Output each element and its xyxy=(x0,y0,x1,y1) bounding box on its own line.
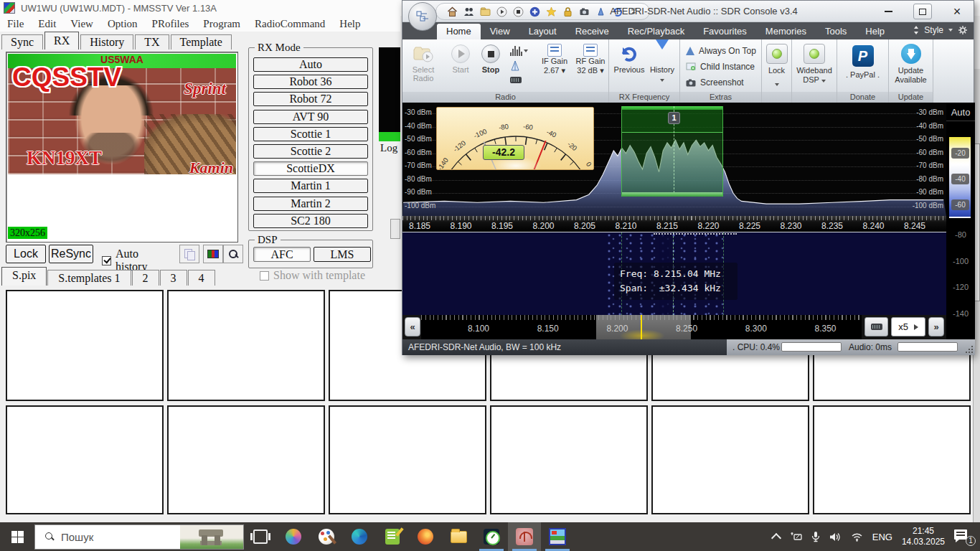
frequency-keypad-button[interactable] xyxy=(864,317,888,336)
mmsstv-menu-item[interactable]: PRofiles xyxy=(145,18,197,30)
mmsstv-tab[interactable]: TX xyxy=(135,34,169,50)
stop-icon[interactable] xyxy=(512,6,524,17)
mmsstv-menu-item[interactable]: File xyxy=(0,18,31,30)
rx-mode-button[interactable]: Scottie 2 xyxy=(253,144,368,159)
sstv-history-slot[interactable] xyxy=(813,405,971,514)
waterfall-palette[interactable]: Auto -20-40-60 -80-100-120-140 xyxy=(946,103,975,339)
lms-button[interactable]: LMS xyxy=(314,247,371,262)
rx-mode-button[interactable]: ScottieDX xyxy=(253,161,368,176)
magnify-button[interactable] xyxy=(223,245,243,263)
ribbon-tab[interactable]: Memories xyxy=(756,24,816,39)
sstv-history-slot[interactable] xyxy=(651,405,809,514)
update-available-button[interactable]: UpdateAvailable xyxy=(889,44,933,85)
language-indicator[interactable]: ENG xyxy=(872,532,892,542)
wideband-dsp-button[interactable]: WidebandDSP xyxy=(792,44,837,85)
mmsstv-picture-tab[interactable]: 3 xyxy=(160,270,187,286)
edge-button[interactable] xyxy=(343,522,376,551)
ribbon-tab[interactable]: Home xyxy=(437,24,481,39)
clock-app-button[interactable] xyxy=(475,522,508,551)
tray-expand-chevron[interactable] xyxy=(773,532,780,542)
rx-mode-button[interactable]: AVT 90 xyxy=(253,110,368,124)
rx-mode-button[interactable]: Robot 36 xyxy=(253,75,368,89)
mmsstv-menu-item[interactable]: Edit xyxy=(31,18,63,30)
minimize-button[interactable] xyxy=(879,4,897,19)
lock-toggle-button[interactable]: Lock xyxy=(762,44,791,89)
mmsstv-picture-tab[interactable]: S.pix xyxy=(1,267,47,286)
child-instance-button[interactable]: Child Instance xyxy=(686,61,755,72)
mmsstv-menu-item[interactable]: View xyxy=(63,18,100,30)
camera-icon[interactable] xyxy=(578,6,590,17)
add-icon[interactable] xyxy=(529,6,540,17)
rx-mode-button[interactable]: Robot 72 xyxy=(253,92,368,106)
search-highlight-image[interactable] xyxy=(180,525,243,549)
task-view-button[interactable] xyxy=(244,522,277,551)
mmsstv-tab[interactable]: RX xyxy=(44,32,79,50)
sstv-history-slot[interactable] xyxy=(490,405,648,514)
notepad-button[interactable] xyxy=(376,522,409,551)
home-icon[interactable] xyxy=(446,6,458,17)
mmsstv-menu-item[interactable]: Help xyxy=(332,18,367,30)
sstv-history-slot[interactable] xyxy=(167,405,325,514)
copy-picture-button[interactable] xyxy=(179,245,199,263)
ribbon-minmax-icon[interactable] xyxy=(913,24,920,36)
ribbon-tab[interactable]: View xyxy=(481,24,519,39)
sdr-titlebar[interactable]: AFEDRI-SDR-Net Audio :: SDR Console v3.4… xyxy=(402,1,974,22)
start-button[interactable]: Start xyxy=(444,42,477,90)
scrollbar-handle[interactable] xyxy=(974,143,980,301)
receiver-badge[interactable]: 1 xyxy=(668,112,680,124)
mmsstv-menu-item[interactable]: RadioCommand xyxy=(248,18,332,30)
sstv-image-panel[interactable]: US5WAA CQSSTV Sprint KN19XT Kamin 320x25… xyxy=(6,52,238,242)
frequency-history-button[interactable]: History xyxy=(646,42,678,90)
ribbon-tab[interactable]: Favourites xyxy=(694,24,756,39)
firefox-button[interactable] xyxy=(409,522,442,551)
sstv-history-slot[interactable] xyxy=(167,290,325,401)
paypal-button[interactable]: P . PayPal . xyxy=(837,45,888,80)
volume-tray-icon[interactable] xyxy=(829,532,842,542)
rx-mode-button[interactable]: Martin 2 xyxy=(253,197,368,211)
rf-gain-button[interactable]: RF Gain 32 dB ▾ xyxy=(573,44,608,75)
style-menu[interactable]: Style xyxy=(924,25,943,35)
notification-center-button[interactable]: 1 xyxy=(954,529,973,544)
sstv-history-slot[interactable] xyxy=(6,405,164,514)
mmsstv-picture-tab[interactable]: 2 xyxy=(132,270,159,286)
if-gain-button[interactable]: IF Gain 2.67 ▾ xyxy=(537,44,572,75)
mmsstv-taskbar-button[interactable] xyxy=(541,522,574,551)
band-overview-bar[interactable]: 8.1008.1508.2008.2508.3008.350 xyxy=(421,315,862,339)
select-radio-button[interactable]: Select Radio xyxy=(407,42,440,90)
taskbar-search-box[interactable]: Пошук xyxy=(34,524,244,550)
maximize-button[interactable] xyxy=(913,4,932,19)
rx-mode-button[interactable]: SC2 180 xyxy=(253,214,368,228)
ribbon-tab[interactable]: Rec/Playback xyxy=(618,24,694,39)
spectrum-display[interactable]: 1 -30 dBm-40 dBm-50 dBm-60 dBm-70 dBm-80… xyxy=(402,103,946,216)
always-on-top-button[interactable]: Always On Top xyxy=(686,45,756,57)
rx-mode-button[interactable]: Scottie 1 xyxy=(253,127,368,141)
mmsstv-picture-tab[interactable]: 4 xyxy=(188,270,215,286)
palette-auto-label[interactable]: Auto xyxy=(946,107,975,121)
microphone-tray-icon[interactable] xyxy=(811,531,820,542)
rx-mode-button[interactable]: Martin 1 xyxy=(253,179,368,193)
folder-icon[interactable] xyxy=(479,6,491,17)
rx-passband-region[interactable]: 1 xyxy=(621,106,723,197)
mmsstv-tab[interactable]: History xyxy=(80,34,133,50)
tuning-button[interactable] xyxy=(510,60,528,71)
ribbon-tab[interactable]: Receive xyxy=(566,24,618,39)
close-button[interactable]: × xyxy=(948,4,966,19)
audio-stream-button[interactable] xyxy=(510,45,528,57)
mmsstv-tab[interactable]: Sync xyxy=(1,34,43,50)
settings-gear-icon[interactable] xyxy=(958,25,968,35)
sdr-app-menu-button[interactable] xyxy=(408,2,437,31)
sdr-console-taskbar-button[interactable] xyxy=(508,522,541,551)
zoom-x5-button[interactable]: x5 xyxy=(891,317,925,336)
mmsstv-picture-tab[interactable]: S.templates 1 xyxy=(47,270,131,286)
rx-mode-button[interactable]: Auto xyxy=(253,57,368,72)
ribbon-tab[interactable]: Layout xyxy=(519,24,566,39)
file-explorer-button[interactable] xyxy=(442,522,475,551)
band-scroll-left-button[interactable]: « xyxy=(405,317,420,336)
play-icon[interactable] xyxy=(496,6,507,17)
ribbon-tab[interactable]: Help xyxy=(856,24,894,39)
mmsstv-menu-item[interactable]: Program xyxy=(196,18,248,30)
stop-button[interactable]: Stop xyxy=(474,42,507,90)
pen-settings-tray-icon[interactable] xyxy=(789,532,802,542)
start-button[interactable] xyxy=(0,522,34,551)
network-tray-icon[interactable] xyxy=(851,532,863,542)
